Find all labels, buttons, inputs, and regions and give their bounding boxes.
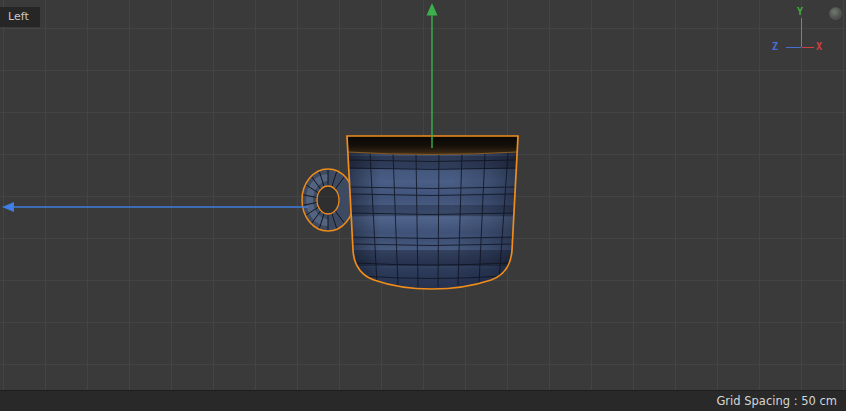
- axis-z-line: [786, 47, 801, 48]
- y-axis-handle[interactable]: [427, 3, 438, 148]
- view-label[interactable]: Left: [0, 7, 40, 27]
- viewport[interactable]: Left Y X Z Grid Spacing : 50 cm: [0, 0, 846, 411]
- grid-spacing-label: Grid Spacing : 50 cm: [716, 394, 837, 408]
- viewport-menu-icon[interactable]: [829, 7, 842, 20]
- cup-body: [347, 136, 519, 289]
- axis-y-label: Y: [797, 6, 803, 17]
- axis-gizmo[interactable]: Y X Z: [768, 6, 826, 58]
- axis-y-line: [801, 18, 802, 47]
- status-bar: Grid Spacing : 50 cm: [0, 390, 846, 411]
- axis-z-label: Z: [772, 41, 778, 52]
- viewport-canvas[interactable]: [0, 0, 846, 411]
- y-axis-arrowhead[interactable]: [427, 3, 438, 16]
- axis-x-line: [802, 47, 814, 48]
- axis-x-label: X: [816, 41, 822, 52]
- z-axis-handle[interactable]: [2, 202, 308, 212]
- cup-handle: [302, 169, 354, 231]
- z-axis-arrowhead[interactable]: [2, 202, 14, 212]
- cup-model[interactable]: [302, 136, 519, 289]
